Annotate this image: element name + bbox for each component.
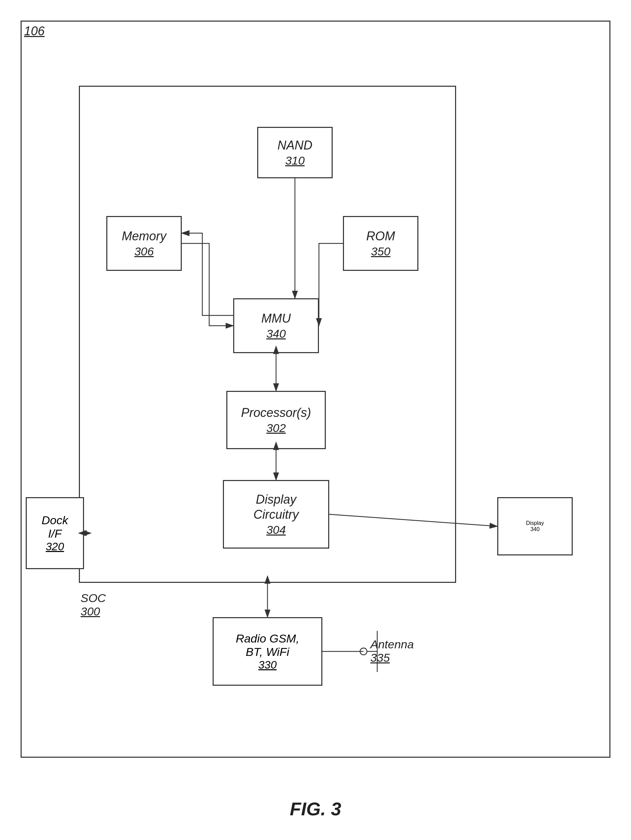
soc-number: 300 xyxy=(81,605,106,618)
radio-number: 330 xyxy=(258,658,277,671)
dock-label: Dock I/F xyxy=(41,513,68,540)
outer-label: 106 xyxy=(24,24,44,38)
antenna-label: Antenna 335 xyxy=(370,638,414,665)
nand-number: 310 xyxy=(285,154,305,167)
processor-number: 302 xyxy=(266,422,286,435)
radio-box: Radio GSM, BT, WiFi 330 xyxy=(213,617,323,686)
mmu-label: MMU xyxy=(261,311,291,326)
soc-label: SOC 300 xyxy=(81,591,106,618)
memory-box: Memory 306 xyxy=(106,216,182,271)
display-box: Display 340 xyxy=(497,497,573,556)
nand-box: NAND 310 xyxy=(257,127,333,178)
display-circ-label: Display Circuitry xyxy=(253,492,299,521)
processor-label: Processor(s) xyxy=(241,405,311,420)
nand-label: NAND xyxy=(277,138,312,153)
dock-if-box: Dock I/F 320 xyxy=(26,497,84,569)
display-circuitry-box: Display Circuitry 304 xyxy=(223,480,329,549)
processor-box: Processor(s) 302 xyxy=(226,391,326,449)
fig-caption: FIG. 3 xyxy=(290,798,341,819)
dock-number: 320 xyxy=(46,540,64,553)
rom-label: ROM xyxy=(366,229,395,243)
display-label: Display xyxy=(526,520,544,526)
rom-number: 350 xyxy=(371,245,391,258)
radio-label: Radio GSM, BT, WiFi xyxy=(236,632,299,658)
memory-number: 306 xyxy=(134,245,154,258)
mmu-box: MMU 340 xyxy=(233,298,319,353)
display-circ-number: 304 xyxy=(266,523,286,537)
page-container: 106 SOC 300 NAND 310 Memory 306 ROM 350 … xyxy=(0,0,631,840)
display-number: 340 xyxy=(531,526,540,532)
memory-label: Memory xyxy=(122,229,166,243)
mmu-number: 340 xyxy=(266,327,286,341)
rom-box: ROM 350 xyxy=(343,216,418,271)
